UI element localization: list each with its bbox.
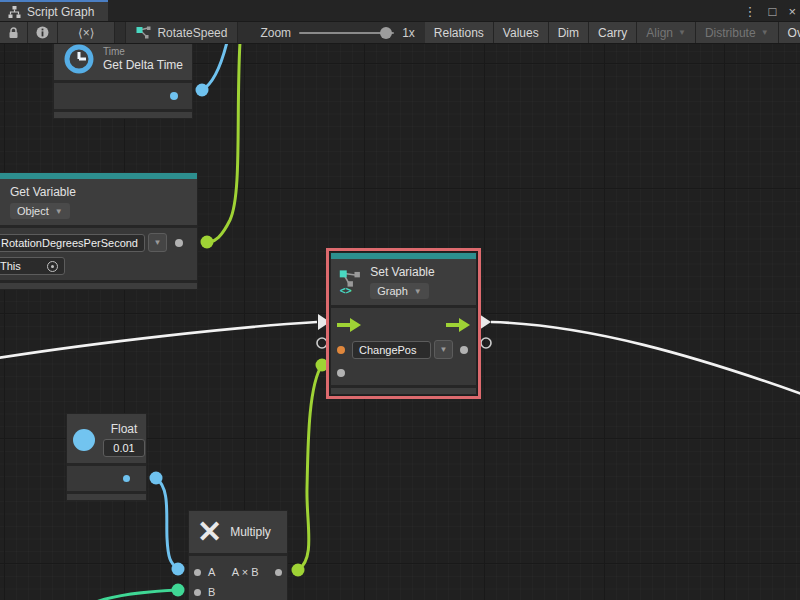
object-picker-icon[interactable] xyxy=(47,261,58,272)
toolbar-buttons: Relations Values Dim Carry Align▼ Distri… xyxy=(425,22,800,43)
window-controls: ⋮ □ × xyxy=(744,0,796,22)
node-multiply[interactable]: ✕ Multiply A A × B B xyxy=(188,510,288,600)
breadcrumb[interactable]: RotateSpeed xyxy=(125,22,238,43)
wire-rotation-speed[interactable] xyxy=(201,44,241,249)
node-get-delta-time[interactable]: Time Get Delta Time xyxy=(53,44,193,119)
chevron-down-icon: ▼ xyxy=(440,345,448,354)
distribute-button[interactable]: Distribute▼ xyxy=(696,22,779,43)
close-icon[interactable]: × xyxy=(788,5,796,18)
node-float[interactable]: Float 0.01 xyxy=(66,413,147,501)
node-set-variable[interactable]: <> Set Variable Graph ▼ xyxy=(330,252,477,395)
node-title: Float xyxy=(111,422,138,436)
title-bar: Script Graph ⋮ □ × xyxy=(0,0,800,22)
wire-float-to-multiply[interactable] xyxy=(150,472,185,576)
flow-input-port[interactable] xyxy=(337,318,361,332)
unconnected-port-ring-right[interactable] xyxy=(481,338,491,348)
zoom-slider[interactable] xyxy=(299,32,394,34)
unconnected-port-ring-left[interactable] xyxy=(317,338,327,348)
values-button[interactable]: Values xyxy=(494,22,549,43)
overview-button[interactable]: Overview xyxy=(779,22,800,43)
variable-name-dropdown-button[interactable]: ▼ xyxy=(148,233,167,252)
wire-flow-right[interactable] xyxy=(479,314,800,394)
wire-multiply-to-set[interactable] xyxy=(292,359,329,577)
graph-tab-icon xyxy=(8,6,21,18)
graph-toolbar: ⟨×⟩ RotateSpeed Zoom 1x Relations Values… xyxy=(0,22,800,44)
clock-icon xyxy=(63,44,95,75)
input-b-label: B xyxy=(208,586,215,598)
node-get-variable[interactable]: Get Variable Object ▼ RotationDegreesPer… xyxy=(0,172,198,290)
node-footer xyxy=(331,385,476,394)
get-variable-output-port[interactable] xyxy=(175,239,183,247)
code-icon: ⟨×⟩ xyxy=(78,26,94,40)
chevron-down-icon: ▼ xyxy=(414,287,422,296)
multiply-icon: ✕ xyxy=(197,519,222,545)
node-category: Time xyxy=(103,46,183,57)
node-title: Get Delta Time xyxy=(103,58,183,72)
chevron-down-icon: ▼ xyxy=(761,28,769,37)
variable-name-dropdown-button[interactable]: ▼ xyxy=(434,340,453,359)
tab-script-graph[interactable]: Script Graph xyxy=(0,0,108,21)
set-variable-value-output-port[interactable] xyxy=(460,346,468,354)
set-variable-value-input-port[interactable] xyxy=(337,346,345,354)
input-a-label: A xyxy=(208,566,215,578)
maximize-icon[interactable]: □ xyxy=(769,5,777,18)
script-graph-window: Script Graph ⋮ □ × ⟨×⟩ xyxy=(0,0,800,600)
zoom-value: 1x xyxy=(402,26,415,40)
zoom-label: Zoom xyxy=(260,26,291,40)
float-value-field[interactable]: 0.01 xyxy=(103,439,145,457)
zoom-slider-handle[interactable] xyxy=(380,27,392,39)
node-title: Multiply xyxy=(230,525,271,539)
variable-scope-dropdown[interactable]: Object ▼ xyxy=(10,203,70,219)
menu-icon[interactable]: ⋮ xyxy=(744,5,757,18)
wire-delta-time[interactable] xyxy=(196,44,228,97)
node-footer xyxy=(0,280,197,289)
variable-name-field[interactable]: ChangePos xyxy=(352,341,431,359)
lock-button[interactable] xyxy=(0,22,28,43)
float-icon xyxy=(73,429,95,451)
variable-target-field[interactable]: This xyxy=(0,257,65,275)
multiply-input-a-port[interactable] xyxy=(194,569,201,576)
lock-icon xyxy=(8,27,19,39)
align-button[interactable]: Align▼ xyxy=(637,22,696,43)
breadcrumb-graph-name: RotateSpeed xyxy=(157,26,227,40)
variable-scope-dropdown[interactable]: Graph ▼ xyxy=(370,283,429,299)
chevron-down-icon: ▼ xyxy=(678,28,686,37)
graph-node-icon xyxy=(136,26,151,39)
flow-output-port[interactable] xyxy=(446,318,470,332)
wire-object-to-multiply[interactable] xyxy=(96,584,185,600)
tab-title: Script Graph xyxy=(27,5,94,19)
wire-flow-left[interactable] xyxy=(0,314,330,358)
graph-canvas[interactable]: Time Get Delta Time Get Variable Object … xyxy=(0,44,800,600)
delta-time-output-port[interactable] xyxy=(170,92,178,100)
chevron-down-icon: ▼ xyxy=(154,238,162,247)
set-variable-icon: <> xyxy=(339,265,362,299)
code-preview-button[interactable]: ⟨×⟩ xyxy=(58,22,115,43)
info-button[interactable] xyxy=(28,22,58,43)
variable-name-field[interactable]: RotationDegreesPerSecond xyxy=(0,234,145,252)
zoom-control: Zoom 1x xyxy=(260,22,414,43)
multiply-output-port[interactable] xyxy=(275,569,282,576)
relations-button[interactable]: Relations xyxy=(425,22,494,43)
multiply-input-b-port[interactable] xyxy=(194,589,201,596)
node-footer xyxy=(67,491,146,500)
chevron-down-icon: ▼ xyxy=(55,207,63,216)
node-footer xyxy=(54,109,192,118)
carry-button[interactable]: Carry xyxy=(589,22,637,43)
set-variable-target-port[interactable] xyxy=(337,369,345,377)
float-output-port[interactable] xyxy=(123,475,130,482)
node-title: Get Variable xyxy=(10,185,188,199)
node-title: Set Variable xyxy=(370,265,434,279)
info-icon xyxy=(36,26,49,39)
dim-button[interactable]: Dim xyxy=(549,22,589,43)
output-label: A × B xyxy=(232,566,259,578)
svg-text:<>: <> xyxy=(340,285,352,296)
